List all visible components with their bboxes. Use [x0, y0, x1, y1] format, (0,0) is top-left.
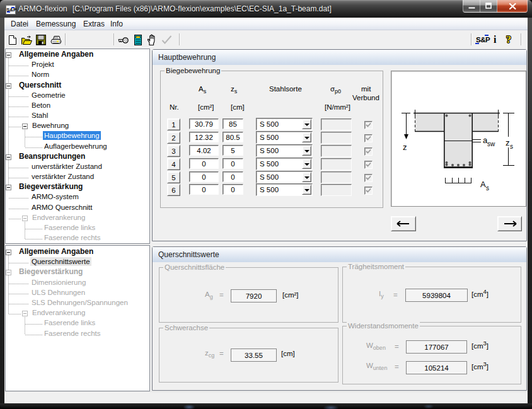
- svg-text:s: s: [510, 143, 513, 150]
- svg-text:z: z: [506, 138, 510, 147]
- svg-text:A: A: [480, 180, 486, 189]
- svg-text:sw: sw: [487, 141, 495, 147]
- svg-text:?: ?: [506, 34, 511, 45]
- svg-text:s: s: [486, 185, 489, 192]
- svg-text:z: z: [403, 142, 407, 152]
